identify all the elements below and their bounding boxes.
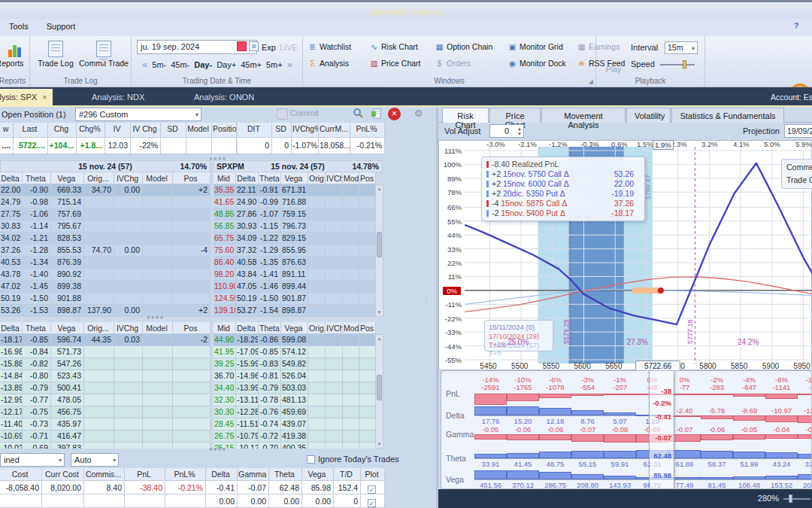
scrollbar[interactable]: ▲▼: [375, 334, 383, 449]
scroll-up-icon[interactable]: ▲: [376, 336, 383, 341]
exp-label[interactable]: Exp: [262, 43, 276, 52]
live-label[interactable]: LIVE: [280, 43, 298, 52]
splitter-handle[interactable]: ●●●●: [147, 314, 164, 321]
chart-tab-statistics-fundamentals[interactable]: Statistics & Fundamentals: [671, 108, 784, 123]
cell: [143, 443, 173, 449]
option-row[interactable]: -13.89-0.79500.4134.40-13.99-0.79503.03: [0, 382, 376, 394]
cell: [84, 196, 114, 208]
scroll-up-icon[interactable]: ▲: [376, 187, 383, 191]
window-button-analysis[interactable]: ΣAnalysis: [308, 59, 349, 68]
option-row[interactable]: 24.79-0.98715.1441.6524.90-0.99716.88: [0, 196, 376, 208]
reports-button[interactable]: Reports: [0, 41, 30, 68]
commit-button[interactable]: Commit: [290, 108, 319, 117]
panel-splitter[interactable]: ⁞: [426, 297, 432, 304]
cell: [308, 269, 326, 281]
chart-tab-volatility[interactable]: Volatility: [626, 108, 671, 123]
option-row[interactable]: -16.98-0.84571.7341.95-17.09-0.85574.12: [0, 346, 376, 358]
option-row[interactable]: 34.02-1.21828.5365.7534.09-1.22829.15: [0, 233, 376, 245]
cell: -17.09: [236, 346, 259, 358]
option-row[interactable]: -12.17-0.75456.7530.30-12.28-0.76459.69: [0, 406, 376, 418]
search-icon[interactable]: [352, 108, 365, 120]
strategy-dropdown[interactable]: #296 Custom▾: [75, 108, 201, 121]
chart-tab-risk-chart[interactable]: Risk Chart: [442, 108, 489, 123]
spin-down-icon[interactable]: ▼: [517, 132, 522, 137]
legend-marker-icon: [486, 210, 489, 217]
speed-slider-thumb[interactable]: [683, 60, 686, 68]
tab-analysis-spx[interactable]: Analysis: SPX×: [0, 89, 53, 107]
step-45m+[interactable]: 45m+: [241, 60, 262, 69]
speed-slider[interactable]: [660, 64, 695, 65]
export-sheet-icon[interactable]: [370, 108, 383, 120]
option-row[interactable]: -11.40-0.73435.9728.45-11.51-0.74439.07: [0, 418, 376, 430]
option-row[interactable]: -15.88-0.82547.2639.25-15.99-0.83549.82: [0, 358, 376, 370]
chevrons-left-icon[interactable]: «: [142, 59, 147, 70]
delete-icon[interactable]: ✕: [388, 108, 401, 120]
close-icon[interactable]: ×: [42, 93, 47, 102]
probability-label: 27.3%: [626, 338, 647, 346]
svg-text:5579.29: 5579.29: [562, 319, 570, 344]
window-button-monitor-dock[interactable]: ◉Monitor Dock: [508, 59, 566, 68]
tab-analysis-ndx[interactable]: Analysis: NDX: [84, 89, 168, 107]
window-button-watchlist[interactable]: ≣Watchlist: [308, 42, 351, 51]
cell: 901.88: [51, 293, 84, 305]
checkbox-icon[interactable]: ✓: [368, 499, 376, 507]
trade-log-button[interactable]: Trade Log: [33, 41, 78, 68]
spin-up-icon[interactable]: ▲: [517, 126, 522, 132]
window-button-monitor-grid[interactable]: ▣Monitor Grid: [508, 42, 563, 51]
window-button-price-chart[interactable]: ▥Price Chart: [369, 59, 421, 68]
option-row[interactable]: -10.69-0.71416.4726.75-10.79-0.72419.38: [0, 430, 376, 443]
option-row[interactable]: 43.78-1.40890.9298.2043.84-1.41891.11: [0, 269, 376, 281]
option-row[interactable]: -14.84-0.80523.4336.70-14.96-0.81526.04: [0, 370, 376, 382]
step-Day-[interactable]: Day-: [194, 60, 212, 69]
step-Day+[interactable]: Day+: [217, 60, 236, 69]
option-row[interactable]: 50.19-1.50901.88124.5550.19-1.50901.87: [0, 293, 376, 305]
projection-date-input[interactable]: 19/09/2024: [784, 124, 812, 138]
vol-adjust-spinner[interactable]: 0 ▲ ▼: [489, 124, 524, 138]
zoom-slider[interactable]: [783, 498, 810, 500]
zoom-slider-thumb[interactable]: [789, 494, 792, 503]
cell: 0.00: [302, 494, 334, 508]
option-row[interactable]: 22.00-0.90669.3334.700.00+235.3522.11-0.…: [0, 184, 376, 196]
greek-value: 12.18: [539, 417, 571, 425]
menu-item-tools[interactable]: Tools: [0, 19, 38, 34]
cell: -12.17: [0, 406, 23, 418]
ignore-trades-checkbox[interactable]: Ignore Today's Trades: [307, 455, 399, 464]
scrollbar[interactable]: ▲▼: [375, 184, 383, 317]
option-row[interactable]: 30.83-1.14795.6756.8530.93-1.15796.73: [0, 221, 376, 233]
history-icon[interactable]: ⊞: [249, 41, 259, 51]
checkbox-icon[interactable]: ✓: [368, 485, 376, 494]
gear-icon[interactable]: ⚙: [412, 108, 425, 120]
option-row[interactable]: -18.17-0.85596.7444.350.03-244.90-18.29-…: [0, 334, 376, 346]
option-row[interactable]: -10.02-0.69397.8325.15-10.12-0.70400.35: [0, 443, 376, 449]
combined-dropdown[interactable]: ined▾: [0, 453, 65, 467]
chart-tab-movement-analysis[interactable]: Movement Analysis: [541, 108, 626, 123]
option-row[interactable]: 37.26-1.28855.5374.700.00-475.6037.32-1.…: [0, 245, 376, 257]
window-button-risk-chart[interactable]: ∿Risk Chart: [369, 42, 418, 51]
option-row[interactable]: 40.53-1.34876.3986.4040.58-1.35876.63: [0, 257, 376, 269]
menu-item-support[interactable]: Support: [38, 19, 85, 34]
col-header: Commis...: [84, 468, 125, 481]
auto-dropdown[interactable]: Auto▾: [71, 453, 119, 467]
step-5m-[interactable]: 5m-: [152, 60, 166, 69]
interval-dropdown[interactable]: 15m▾: [665, 41, 698, 54]
scroll-thumb[interactable]: [377, 232, 382, 257]
greek-value: 108.48: [733, 481, 765, 489]
scroll-thumb[interactable]: [377, 375, 382, 400]
scroll-down-icon[interactable]: ▼: [376, 442, 383, 446]
option-row[interactable]: 27.75-1.06757.6948.8527.86-1.07759.15: [0, 208, 376, 221]
step-5m+[interactable]: 5m+: [266, 60, 283, 69]
chevrons-right-icon[interactable]: »: [287, 59, 292, 70]
comment-box[interactable]: Comme Trade C: [781, 159, 812, 189]
quote-cell: CurrM...: [319, 123, 350, 138]
scroll-down-icon[interactable]: ▼: [376, 310, 383, 315]
option-row[interactable]: -12.99-0.77478.0532.30-13.11-0.78481.13: [0, 394, 376, 406]
option-row[interactable]: 53.26-1.53898.87137.900.00+2139.1053.27-…: [0, 305, 376, 317]
calendar-icon[interactable]: [237, 41, 247, 51]
tab-analysis-onon[interactable]: Analysis: ONON: [186, 89, 277, 107]
chart-tab-price-chart[interactable]: Price Chart: [489, 108, 541, 123]
step-45m-[interactable]: 45m-: [171, 60, 189, 69]
window-button-option-chain[interactable]: ▦Option Chain: [435, 42, 492, 51]
commit-trade-button[interactable]: + Commit Trade: [77, 41, 131, 68]
help-icon[interactable]: ?: [789, 21, 803, 33]
option-row[interactable]: 47.02-1.45899.38110.9047.05-1.46899.44: [0, 281, 376, 293]
